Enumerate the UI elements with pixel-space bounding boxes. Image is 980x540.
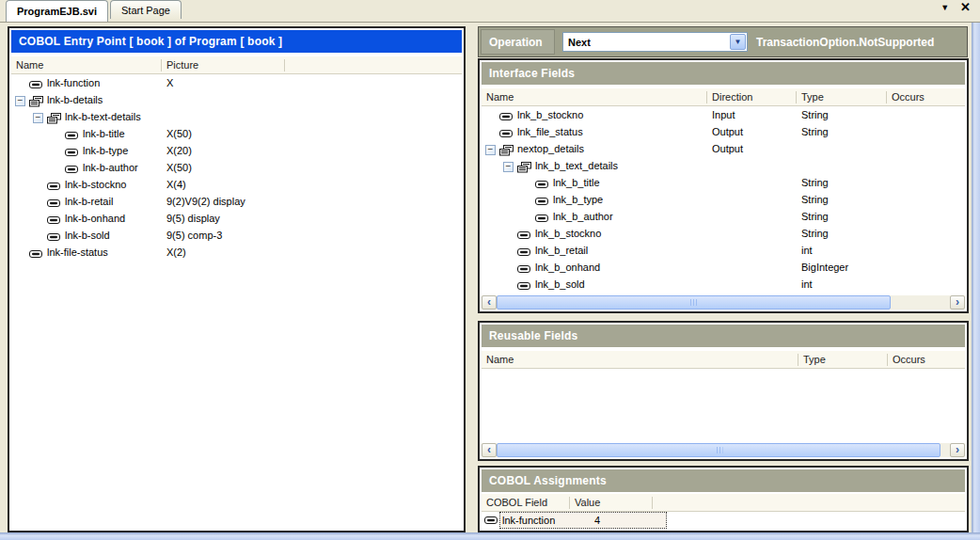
tree-value-cell: X(2): [162, 244, 285, 261]
scrollbar-thumb[interactable]: [497, 443, 940, 457]
tree-value-cell: X: [162, 74, 285, 91]
field-name: lnk-file-status: [47, 246, 108, 258]
reusable-fields-panel: Reusable Fields Name Type Occurs ‹ ›: [478, 321, 969, 461]
indent-spacer: [11, 252, 15, 253]
table-row[interactable]: lnk_b_authorString: [482, 208, 965, 225]
table-row[interactable]: −nextop_detailsOutput: [482, 140, 965, 157]
tree-value-cell: String: [797, 106, 887, 123]
tab-start-page[interactable]: Start Page: [110, 0, 182, 19]
table-row[interactable]: lnk-b-sold9(5) comp-3: [11, 227, 462, 244]
selected-assignment[interactable]: lnk-function4: [499, 512, 667, 529]
collapse-toggle-icon[interactable]: −: [503, 162, 514, 172]
assignment-row[interactable]: lnk-function4: [482, 512, 965, 529]
chevron-down-icon[interactable]: ▼: [730, 34, 746, 50]
table-row[interactable]: lnk-b-retail9(2)V9(2) display: [11, 193, 462, 210]
field-name: lnk_b_type: [553, 194, 603, 205]
tree-value-cell: [887, 259, 965, 276]
table-row[interactable]: −lnk-b-details: [11, 91, 462, 108]
table-row[interactable]: lnk-functionX: [11, 74, 462, 91]
tree-value-cell: String: [797, 208, 887, 225]
cobol-entry-point-title: COBOL Entry Point [ book ] of Program [ …: [11, 30, 462, 53]
tree-value-cell: [285, 176, 462, 193]
assignment-value[interactable]: 4: [577, 515, 600, 526]
column-header-picture[interactable]: Picture: [162, 59, 285, 71]
scrollbar-track[interactable]: [497, 295, 950, 310]
indent-spacer: [482, 250, 503, 251]
tree-value-cell: [285, 125, 462, 142]
window-menu-icon[interactable]: ▼: [940, 3, 949, 12]
tree-value-cell: BigInteger: [797, 259, 887, 276]
tree-name-cell: lnk_b_type: [482, 191, 707, 208]
tree-name-cell: lnk_b_author: [482, 208, 707, 225]
group-record-icon: [516, 162, 532, 173]
transaction-option-label: TransactionOption.NotSupported: [756, 36, 934, 49]
collapse-toggle-icon[interactable]: −: [485, 145, 496, 155]
table-row[interactable]: lnk-b-stocknoX(4): [11, 176, 462, 193]
column-header-type[interactable]: Type: [798, 354, 888, 366]
interface-horizontal-scrollbar[interactable]: ‹ ›: [482, 295, 965, 310]
tree-value-cell: [707, 259, 797, 276]
column-header-name[interactable]: Name: [482, 91, 707, 103]
table-row[interactable]: lnk_b_typeString: [482, 191, 965, 208]
table-row[interactable]: lnk_b_titleString: [482, 174, 965, 191]
column-header-cobol-field[interactable]: COBOL Field: [482, 497, 570, 509]
indent-spacer: [482, 166, 503, 167]
collapse-toggle-icon[interactable]: −: [33, 113, 43, 123]
scroll-right-icon[interactable]: ›: [950, 295, 965, 310]
column-header-direction[interactable]: Direction: [707, 91, 797, 103]
column-header-blank: [653, 497, 965, 509]
scroll-left-icon[interactable]: ‹: [482, 443, 497, 457]
tree-name-cell: lnk_file_status: [482, 123, 707, 140]
left-column-header: Name Picture: [11, 56, 462, 74]
table-row[interactable]: −lnk-b-text-details: [11, 108, 462, 125]
table-row[interactable]: −lnk_b_text_details: [482, 157, 965, 174]
collapse-toggle-icon[interactable]: −: [15, 96, 25, 106]
tab-programejb-svi[interactable]: ProgramEJB.svi: [6, 0, 108, 22]
table-row[interactable]: lnk_b_stocknoInputString: [482, 106, 965, 123]
table-row[interactable]: lnk_b_onhandBigInteger: [482, 259, 965, 276]
table-row[interactable]: lnk-b-titleX(50): [11, 125, 462, 142]
interface-field-tree: lnk_b_stocknoInputStringlnk_file_statusO…: [482, 106, 965, 293]
tree-name-cell: lnk-b-author: [11, 159, 162, 176]
operation-bar: Operation Next ▼ TransactionOption.NotSu…: [478, 26, 968, 57]
table-row[interactable]: lnk-file-statusX(2): [11, 244, 462, 261]
table-row[interactable]: lnk_b_soldint: [482, 276, 965, 293]
tree-value-cell: [162, 108, 285, 125]
column-header-type[interactable]: Type: [797, 91, 887, 103]
close-icon[interactable]: ✕: [960, 3, 971, 12]
tree-value-cell: [887, 191, 965, 208]
cobol-field-tree: lnk-functionX−lnk-b-details−lnk-b-text-d…: [11, 74, 462, 261]
table-row[interactable]: lnk_b_stocknoString: [482, 225, 965, 242]
reusable-column-header: Name Type Occurs: [482, 351, 965, 369]
scrollbar-thumb[interactable]: [497, 295, 891, 310]
table-row[interactable]: lnk-b-authorX(50): [11, 159, 462, 176]
operation-select[interactable]: Next ▼: [562, 32, 748, 52]
cobol-entry-point-panel: COBOL Entry Point [ book ] of Program [ …: [8, 26, 466, 532]
tree-name-cell: lnk_b_retail: [482, 242, 707, 259]
field-icon: [498, 128, 514, 139]
tree-value-cell: [285, 159, 462, 176]
table-row[interactable]: lnk-b-typeX(20): [11, 142, 462, 159]
indent-spacer: [11, 201, 33, 202]
column-header-occurs[interactable]: Occurs: [887, 91, 965, 103]
scroll-right-icon[interactable]: ›: [950, 443, 965, 457]
column-header-occurs[interactable]: Occurs: [888, 354, 965, 366]
column-header-name[interactable]: Name: [482, 354, 798, 366]
scroll-left-icon[interactable]: ‹: [482, 295, 497, 310]
assignment-field-name: lnk-function: [500, 515, 577, 526]
reusable-fields-title: Reusable Fields: [482, 325, 965, 347]
column-header-value[interactable]: Value: [570, 497, 653, 509]
table-row[interactable]: lnk-b-onhand9(5) display: [11, 210, 462, 227]
field-icon: [46, 214, 62, 226]
reusable-horizontal-scrollbar[interactable]: ‹ ›: [482, 443, 965, 457]
table-row[interactable]: lnk_file_statusOutputString: [482, 123, 965, 140]
tree-value-cell: [887, 140, 965, 157]
tree-value-cell: 9(2)V9(2) display: [162, 193, 285, 210]
tree-name-cell: lnk_b_sold: [482, 276, 707, 293]
column-header-name[interactable]: Name: [11, 59, 162, 71]
tree-value-cell: [285, 227, 462, 244]
assignment-list: lnk-function4: [482, 512, 965, 529]
scrollbar-track[interactable]: [497, 443, 950, 457]
field-name: lnk-b-text-details: [65, 111, 141, 122]
table-row[interactable]: lnk_b_retailint: [482, 242, 965, 259]
